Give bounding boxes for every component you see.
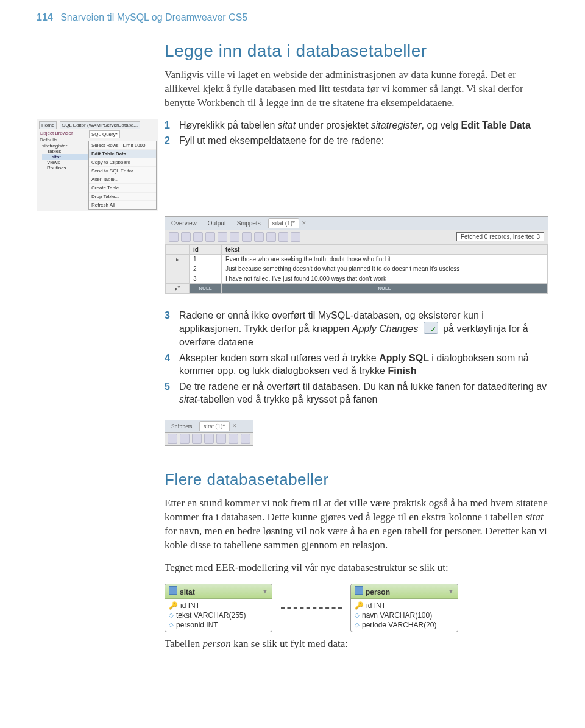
null-cell: NULL: [190, 283, 222, 293]
tree-views: Views: [42, 160, 88, 165]
ctx-create: Create Table...: [89, 184, 156, 193]
toolbar-icon: [181, 232, 191, 242]
table-icon: [169, 586, 177, 595]
eer-table-person: person ▼ 🔑id INT ◇navn VARCHAR(100) ◇per…: [350, 584, 458, 632]
toolbar-icon: [266, 232, 276, 242]
tree-sitat: sitat: [42, 154, 88, 160]
server-tab: SQL Editor (WAMPServerDataba...: [60, 121, 140, 129]
toolbar-icon: [193, 232, 203, 242]
section1-intro: Vanligvis ville vi laget en webside der …: [165, 68, 548, 110]
eer-relation-line: [281, 607, 342, 609]
step3-num: 3: [165, 309, 170, 322]
workbench-left-figure: Home SQL Editor (WAMPServerDataba... Obj…: [37, 119, 158, 211]
ctx-alter: Alter Table...: [89, 175, 156, 184]
tree-db: sitatregister: [42, 143, 88, 149]
table-icon: [355, 586, 363, 595]
step4: 4 Aksepter koden som skal utføres ved å …: [165, 352, 548, 378]
ctx-select-rows: Select Rows - Limit 1000: [89, 141, 156, 150]
running-title: Snarveien til MySQL og Dreamweaver CS5: [60, 12, 247, 23]
step5-num: 5: [165, 380, 170, 394]
cell-id: 1: [190, 254, 222, 264]
toolbar-icon: [205, 232, 215, 242]
step5: 5 De tre radene er nå overført til datab…: [165, 380, 548, 406]
cell-tekst: Even those who are seeking the truth; do…: [222, 254, 548, 264]
toolbar-icon: [291, 232, 300, 242]
tab-overview: Overview: [168, 219, 200, 228]
diamond-icon: ◇: [355, 612, 360, 618]
tab-output: Output: [204, 219, 230, 228]
page-number: 114: [37, 12, 53, 23]
section2-p3: Tabellen person kan se slik ut fylt med …: [165, 637, 548, 651]
cell-id: 2: [190, 264, 222, 274]
ctx-edit-table: Edit Table Data: [89, 150, 156, 158]
small-tabs-figure: Snippets sitat (1)* ✕: [165, 420, 254, 446]
tab-snippets: Snippets: [233, 219, 264, 228]
triangle-icon: ▼: [262, 588, 268, 595]
ctx-send: Send to SQL Editor: [89, 167, 156, 175]
toolbar-icon: [216, 434, 226, 444]
toolbar-icon: [242, 232, 252, 242]
section2-p2: Tegnet med EER-modellering vil vår nye d…: [165, 561, 548, 575]
step2: 2 Fyll ut med eksempeldataene for de tre…: [165, 134, 548, 147]
close-icon: ✕: [302, 220, 307, 226]
toolbar-icon: [192, 434, 202, 444]
toolbar-icon: [278, 232, 288, 242]
toolbar-icon: [218, 232, 227, 242]
col-tekst: tekst: [222, 244, 548, 254]
col-id: id: [190, 244, 222, 254]
tree-routines: Routines: [42, 165, 88, 171]
eer-table-sitat: sitat ▼ 🔑id INT ◇tekst VARCHAR(255) ◇per…: [165, 584, 272, 632]
section1-title: Legge inn data i databasetabeller: [165, 41, 548, 61]
fetched-status: Fetched 0 records, inserted 3: [456, 232, 544, 241]
tab-sitat: sitat (1)*: [268, 218, 299, 228]
step1: 1 Høyreklikk på tabellen sitat under pro…: [165, 119, 548, 132]
null-cell: NULL: [222, 283, 548, 293]
home-tab: Home: [39, 121, 57, 129]
toolbar-icon: [254, 232, 264, 242]
diamond-icon: ◇: [355, 621, 360, 628]
page-header: 114 Snarveien til MySQL og Dreamweaver C…: [37, 12, 548, 23]
step1-num: 1: [165, 119, 170, 132]
cell-tekst: Just because something doesn't do what y…: [222, 264, 548, 274]
cell-tekst: I have not failed. I've just found 10.00…: [222, 274, 548, 283]
cell-id: 3: [190, 274, 222, 283]
toolbar-icon: [241, 434, 250, 444]
apply-changes-icon: [424, 322, 438, 334]
diamond-icon: ◇: [169, 612, 174, 618]
step2-num: 2: [165, 134, 170, 147]
ctx-copy: Copy to Clipboard: [89, 158, 156, 167]
eer-diagram: sitat ▼ 🔑id INT ◇tekst VARCHAR(255) ◇per…: [165, 584, 548, 632]
ctx-refresh: Refresh All: [89, 201, 156, 209]
step3: 3 Radene er ennå ikke overført til MySQL…: [165, 309, 548, 349]
toolbar-icon: [204, 434, 214, 444]
key-icon: 🔑: [169, 601, 178, 610]
section2-title: Flere databasetabeller: [165, 470, 548, 489]
toolbar-icon: [168, 434, 177, 444]
tab-snippets2: Snippets: [168, 422, 196, 431]
sql-query-tab: SQL Query*: [89, 130, 120, 138]
toolbar-icon: [229, 434, 238, 444]
toolbar-icon: [169, 232, 179, 242]
tab-sitat2: sitat (1)*: [199, 421, 230, 431]
close-icon: ✕: [232, 423, 237, 429]
triangle-icon: ▼: [448, 588, 454, 595]
workbench-grid-figure: Overview Output Snippets sitat (1)* ✕ Fe…: [165, 216, 548, 294]
toolbar-icon: [180, 434, 190, 444]
tree-tables: Tables: [42, 149, 88, 154]
key-icon: 🔑: [355, 601, 364, 610]
ctx-drop: Drop Table...: [89, 193, 156, 201]
context-menu: Select Rows - Limit 1000 Edit Table Data…: [88, 141, 157, 210]
section2-p1: Etter en stund kommer vi nok frem til at…: [165, 497, 548, 553]
object-browser: Object Browser: [38, 130, 88, 136]
diamond-icon: ◇: [169, 621, 174, 628]
defaults-label: Defaults: [38, 136, 88, 143]
step4-num: 4: [165, 352, 170, 365]
toolbar-icon: [230, 232, 239, 242]
